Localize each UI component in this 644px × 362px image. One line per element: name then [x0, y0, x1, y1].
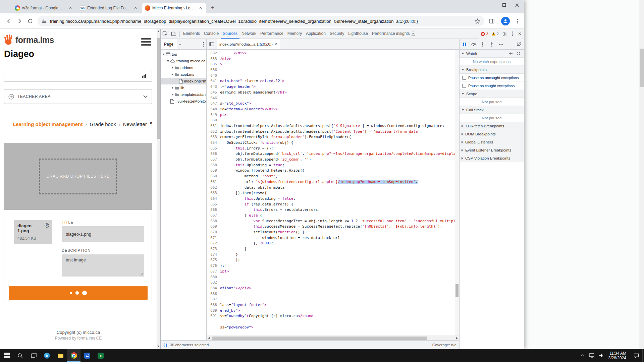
line-content[interactable]: ); [220, 263, 224, 269]
more-tabs-icon[interactable]: » [179, 42, 181, 46]
line-number[interactable]: 670 [207, 230, 220, 235]
line-number[interactable]: 669 [207, 224, 220, 230]
devtools-tab-elements[interactable]: Elements [181, 29, 202, 39]
bookmark-star-icon[interactable] [475, 18, 480, 24]
scrollbar-thumb[interactable] [455, 284, 459, 297]
description-textarea[interactable]: test image [62, 254, 144, 277]
tab-close-icon[interactable]: × [198, 5, 203, 11]
taskbar-file-explorer-button[interactable] [54, 349, 67, 362]
line-number[interactable]: 655 [207, 146, 220, 152]
line-content[interactable]: OnSubmitClick: function(obj) { [220, 140, 293, 146]
chevron-expanded-icon[interactable] [166, 60, 170, 62]
line-content[interactable]: } [220, 246, 247, 252]
line-number[interactable]: - [207, 319, 220, 325]
line-number[interactable]: 648 [207, 107, 220, 112]
line-number[interactable]: 673 [207, 246, 220, 252]
section-watch[interactable]: Watch [460, 50, 524, 58]
line-number[interactable]: 632 [207, 51, 220, 56]
line-content[interactable]: indow.frontend.helpers.Axios.defaults.he… [220, 123, 444, 129]
line-content[interactable]: if (res.data.errors) { [220, 202, 293, 207]
line-content[interactable]: obj.formData.append('id_comm', '') [220, 157, 311, 163]
line-content[interactable]: ofloat"></div> [220, 286, 251, 291]
devtools-settings-icon[interactable] [502, 29, 508, 38]
taskbar-task-view-button[interactable] [27, 349, 40, 362]
section-csp-violation-breakpoints[interactable]: CSP Violation Breakpoints [460, 154, 524, 162]
editor-horizontal-scrollbar[interactable] [207, 336, 459, 340]
line-number[interactable]: 650 [207, 118, 220, 123]
line-number[interactable]: 649 [207, 112, 220, 118]
line-content[interactable]: cument.getElementById('forma-uploader').… [220, 134, 351, 140]
scrollbar-thumb[interactable] [640, 49, 644, 87]
line-number[interactable]: 691 [207, 313, 220, 319]
line-content[interactable]: obj.formData.append('back_url', 'index.p… [220, 151, 459, 157]
tree-item-index-php-modn[interactable]: index.php?modn [161, 78, 206, 84]
back-button[interactable] [4, 16, 13, 26]
warning-badge[interactable]: 2 [491, 32, 499, 36]
line-number[interactable]: 676 [207, 263, 220, 269]
breadcrumb-item[interactable]: Newsletter [123, 121, 147, 127]
scroll-right-arrow[interactable] [456, 337, 458, 339]
scrollbar-thumb[interactable] [157, 38, 160, 139]
line-content[interactable]: url: `${window.frontend.config.url.appLm… [220, 179, 418, 185]
line-content[interactable]: ); [220, 257, 240, 263]
devtools-close-icon[interactable]: × [517, 31, 523, 37]
scroll-left-arrow[interactable] [208, 337, 210, 339]
pretty-print-icon[interactable]: { } [163, 343, 167, 347]
devtools-tab-sources[interactable]: Sources [221, 29, 239, 39]
line-content[interactable]: window.location = res.data.back_url [220, 235, 340, 241]
line-number[interactable]: 653 [207, 134, 220, 140]
line-number[interactable]: 654 [207, 140, 220, 146]
chevron-expanded-icon[interactable] [162, 54, 165, 55]
line-number[interactable]: 666 [207, 207, 220, 213]
devtools-tab-application[interactable]: Application [304, 29, 328, 39]
line-content[interactable]: indow.frontend.helpers.Axios.defaults.he… [220, 129, 422, 135]
line-content[interactable]: ss="poweredby"> [220, 325, 253, 330]
line-content[interactable]: setTimeout(function() { [220, 230, 305, 235]
line-number[interactable]: 675 [207, 257, 220, 263]
tree-item-templates-standar[interactable]: templates/standar [161, 91, 206, 98]
browser-menu-icon[interactable] [513, 16, 522, 26]
speaker-icon[interactable] [599, 353, 604, 358]
section-dom-breakpoints[interactable]: DOM Breakpoints [460, 130, 524, 138]
site-settings-icon[interactable] [42, 19, 47, 24]
browser-tab[interactable]: w3c format - Google Search× [12, 3, 76, 13]
devtools-tab-performance-insights[interactable]: Performance insights [370, 29, 417, 39]
maximize-button[interactable] [498, 0, 511, 10]
section-xhr-fetch-breakpoints[interactable]: XHR/fetch Breakpoints [460, 122, 524, 130]
line-content[interactable]: > [220, 62, 222, 67]
tray-expand-icon[interactable] [581, 354, 584, 357]
step-into-icon[interactable] [480, 41, 486, 47]
line-number[interactable]: 674 [207, 252, 220, 258]
hide-navigator-icon[interactable] [207, 40, 216, 49]
devtools-tab-console[interactable]: Console [202, 29, 221, 39]
line-content[interactable]: ss="ownedby">Copyright (c) micco.ca</spa… [220, 313, 313, 319]
line-content[interactable]: earning object management</h1> [220, 90, 287, 96]
devtools-tab-network[interactable]: Network [239, 29, 258, 39]
taskbar-edge-button[interactable]: e [40, 349, 54, 362]
chevron-collapsed-icon[interactable] [171, 86, 174, 89]
code-editor[interactable]: 632 </div>633/div>635>636640641nain-boot… [207, 50, 459, 336]
breadcrumb-item[interactable]: Grade book [90, 121, 116, 127]
line-number[interactable]: 657 [207, 157, 220, 163]
section-scope[interactable]: Scope [460, 90, 524, 98]
line-content[interactable]: } else { [220, 213, 262, 219]
line-content[interactable]: ered_by"> [220, 308, 240, 314]
scrollbar-thumb[interactable] [212, 337, 427, 340]
tab-close-icon[interactable]: × [133, 5, 138, 11]
editor-vertical-scrollbar[interactable] [455, 50, 459, 336]
line-number[interactable]: 643 [207, 84, 220, 90]
line-number[interactable]: 635 [207, 62, 220, 67]
tree-item--yuiResizeMonitor-in[interactable]: _yuiResizeMonitor (in [161, 98, 206, 105]
textarea-resize-handle[interactable] [140, 273, 143, 276]
tree-item-appLms[interactable]: appLms [161, 71, 206, 78]
line-number[interactable]: 680 [207, 275, 220, 280]
chevron-collapsed-icon[interactable] [171, 66, 174, 69]
line-content[interactable]: data: obj.formData [220, 185, 284, 191]
section-breakpoints[interactable]: Breakpoints [460, 66, 524, 74]
line-number[interactable]: 656 [207, 151, 220, 157]
tree-item-addons[interactable]: addons [161, 64, 206, 71]
line-number[interactable]: 647 [207, 101, 220, 107]
line-number[interactable]: 665 [207, 202, 220, 207]
taskbar-clock[interactable]: 11:34 AM 3/28/2024 [608, 351, 626, 360]
line-content[interactable]: this.Errors = res.data.errors; [220, 207, 320, 213]
